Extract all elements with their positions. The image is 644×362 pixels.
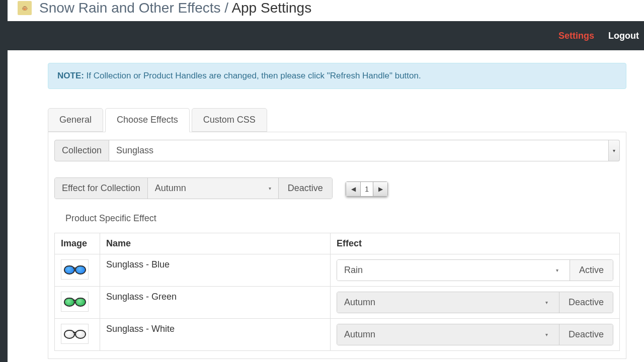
pager: ◀ 1 ▶: [346, 182, 388, 197]
product-table: Image Name Effect Sunglass - Blue Rain ▾…: [54, 233, 620, 351]
note-text: If Collection or Product Handles are cha…: [84, 71, 421, 80]
effect-group: Autumn ▾ Deactive: [337, 324, 613, 345]
effect-toggle-button[interactable]: Deactive: [559, 324, 613, 345]
effect-for-collection-selected: Autumn: [155, 183, 186, 194]
effect-for-collection-select[interactable]: Autumn ▾: [148, 178, 279, 199]
pager-next-button[interactable]: ▶: [373, 182, 388, 197]
tab-custom-css[interactable]: Custom CSS: [192, 108, 267, 132]
effect-for-collection-group: Effect for Collection Autumn ▾ Deactive: [54, 177, 333, 199]
cell-image: [55, 254, 100, 287]
collection-label: Collection: [54, 140, 109, 161]
pager-page-number[interactable]: 1: [361, 182, 373, 197]
breadcrumb-sep: /: [221, 0, 232, 16]
product-specific-effect-title: Product Specific Effect: [65, 213, 620, 224]
app-logo-icon: 🐵: [18, 1, 32, 15]
cell-effect: Autumn ▾ Deactive: [331, 287, 620, 319]
top-navbar: Settings Logout: [0, 21, 644, 50]
breadcrumb-app[interactable]: Snow Rain and Other Effects: [39, 0, 221, 16]
cell-image: [55, 287, 100, 319]
col-header-name: Name: [100, 233, 331, 254]
effect-select[interactable]: Autumn ▾: [337, 292, 559, 313]
product-thumbnail: [61, 292, 89, 312]
effect-for-collection-label: Effect for Collection: [55, 178, 148, 199]
sunglasses-icon: [63, 264, 87, 275]
pager-prev-button[interactable]: ◀: [346, 182, 361, 197]
product-name: Sunglass - White: [106, 324, 175, 334]
page-header: 🐵 Snow Rain and Other Effects / App Sett…: [0, 0, 644, 21]
tabs: General Choose Effects Custom CSS: [48, 108, 626, 132]
cell-name: Sunglass - White: [100, 319, 331, 351]
cell-effect: Rain ▾ Active: [331, 254, 620, 287]
table-row: Sunglass - Green Autumn ▾ Deactive: [55, 287, 620, 319]
note-callout: NOTE: If Collection or Product Handles a…: [48, 63, 626, 89]
col-header-image: Image: [55, 233, 100, 254]
cell-name: Sunglass - Green: [100, 287, 331, 319]
table-row: Sunglass - White Autumn ▾ Deactive: [55, 319, 620, 351]
note-label: NOTE:: [57, 71, 84, 80]
effect-group: Rain ▾ Active: [337, 259, 613, 281]
breadcrumb: Snow Rain and Other Effects / App Settin…: [39, 0, 311, 16]
main-content: NOTE: If Collection or Product Handles a…: [8, 50, 644, 359]
cell-image: [55, 319, 100, 351]
product-name: Sunglass - Blue: [106, 259, 170, 269]
effect-selected: Rain: [344, 265, 363, 276]
product-thumbnail: [61, 259, 89, 280]
left-dark-strip: [0, 0, 8, 359]
effect-toggle-button[interactable]: Active: [570, 260, 613, 281]
chevron-down-icon: ▾: [542, 300, 552, 305]
collection-group: Collection Sunglass ▾: [54, 140, 620, 161]
sunglasses-icon: [63, 329, 87, 339]
table-row: Sunglass - Blue Rain ▾ Active: [55, 254, 620, 287]
chevron-down-icon: ▾: [542, 332, 552, 337]
effect-for-collection-deactive-button[interactable]: Deactive: [279, 178, 332, 199]
nav-settings[interactable]: Settings: [558, 31, 594, 41]
effect-selected: Autumn: [344, 297, 375, 308]
effect-select[interactable]: Rain ▾: [337, 260, 570, 281]
tab-general[interactable]: General: [48, 108, 103, 132]
effect-toggle-button[interactable]: Deactive: [559, 292, 613, 313]
cell-name: Sunglass - Blue: [100, 254, 331, 287]
collection-selected: Sunglass: [109, 140, 609, 161]
chevron-down-icon: ▾: [269, 186, 271, 191]
product-thumbnail: [61, 324, 89, 344]
nav-logout[interactable]: Logout: [608, 31, 639, 41]
tab-panel: Collection Sunglass ▾ Effect for Collect…: [48, 132, 626, 359]
cell-effect: Autumn ▾ Deactive: [331, 319, 620, 351]
collection-select[interactable]: Sunglass ▾: [109, 140, 620, 161]
table-header-row: Image Name Effect: [55, 233, 620, 254]
effect-group: Autumn ▾ Deactive: [337, 292, 613, 313]
effect-select[interactable]: Autumn ▾: [337, 324, 559, 345]
chevron-down-icon: ▾: [609, 140, 620, 161]
tab-choose-effects[interactable]: Choose Effects: [105, 108, 190, 132]
effect-selected: Autumn: [344, 329, 375, 340]
sunglasses-icon: [63, 297, 87, 307]
product-name: Sunglass - Green: [106, 292, 177, 302]
chevron-down-icon: ▾: [552, 267, 562, 273]
breadcrumb-current: App Settings: [231, 0, 311, 16]
col-header-effect: Effect: [331, 233, 620, 254]
